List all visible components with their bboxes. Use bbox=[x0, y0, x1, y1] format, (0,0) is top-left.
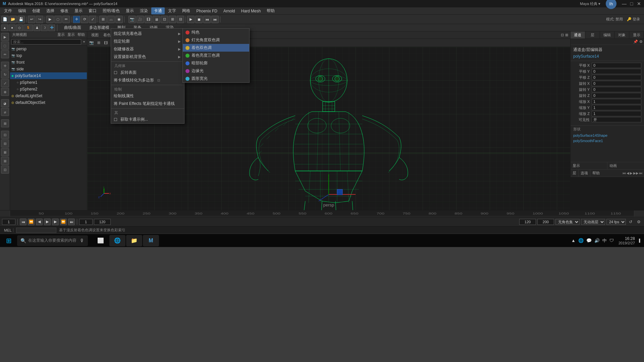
camera-btn5[interactable]: ⊡ bbox=[161, 16, 168, 23]
module-curves[interactable]: 曲线/曲面 bbox=[61, 24, 84, 31]
menu-text[interactable]: 文字 bbox=[165, 7, 179, 14]
submenu-item-shading-2[interactable]: 着色双色调 bbox=[183, 44, 249, 52]
pb-prev-frame-btn[interactable]: ◀ bbox=[36, 219, 43, 225]
rlayer-next-btn[interactable]: ▶▶ bbox=[633, 171, 639, 175]
pb-play-btn[interactable]: ▶ bbox=[44, 219, 51, 225]
shape-item-1[interactable]: polySurface14Shape bbox=[571, 133, 644, 138]
taskbar-taskview[interactable]: ⬜ bbox=[93, 235, 109, 246]
vp-camera-icon[interactable]: 📷 bbox=[89, 40, 95, 46]
anim-layer-select[interactable]: 无动画层 bbox=[581, 219, 605, 225]
stop-btn[interactable]: ⏹ bbox=[195, 16, 203, 23]
module-icon-3[interactable]: ◇ bbox=[16, 24, 23, 31]
rlayer-prev2-btn[interactable]: ◀ bbox=[627, 171, 629, 175]
module-icon-5[interactable]: ☽ bbox=[41, 24, 48, 31]
close-button[interactable]: ✕ bbox=[637, 1, 641, 6]
attr-input-rx[interactable] bbox=[592, 81, 641, 86]
dropdown-item-create-modifier[interactable]: 创建修改器 ▶ bbox=[111, 45, 184, 53]
vp-isolate-icon[interactable]: ⊡ bbox=[561, 33, 564, 37]
search-bar[interactable]: 🔍 在这里输入你要搜索的内容 🎙 bbox=[17, 235, 88, 246]
tray-ime-icon[interactable]: 中 bbox=[602, 238, 607, 244]
camera-btn7[interactable]: ⊟ bbox=[177, 16, 184, 23]
outliner-item-lightset[interactable]: ◎ defaultLightSet bbox=[10, 93, 87, 99]
attr-input-ry[interactable] bbox=[592, 87, 641, 92]
dropdown-item-paint-line-attr[interactable]: 绘制线属性 bbox=[111, 92, 184, 100]
snap-point-btn[interactable]: ◉ bbox=[115, 16, 123, 23]
attr-input-tz[interactable] bbox=[592, 75, 641, 80]
camera-btn2[interactable]: 🎥 bbox=[137, 16, 144, 23]
tray-show-desktop[interactable]: ▌ bbox=[639, 239, 641, 242]
dropdown-item-reverse-surface[interactable]: ☐ 反转表面 bbox=[111, 69, 184, 76]
move-btn[interactable]: ✛ bbox=[73, 16, 80, 23]
outliner-item-psphere1[interactable]: ○ pSphere1 bbox=[10, 79, 87, 86]
submenu-item-round-wide[interactable]: 圆形宽光 bbox=[183, 75, 249, 82]
rlayer-tab-help[interactable]: 帮助 bbox=[590, 170, 602, 177]
lasso-btn[interactable]: ◌ bbox=[54, 16, 62, 23]
snap-btn4[interactable]: ⊞ bbox=[1, 157, 9, 165]
shape-item-2[interactable]: polySmoothFace1 bbox=[571, 138, 644, 143]
menu-display[interactable]: 显示 bbox=[72, 7, 85, 14]
menu-hardmesh[interactable]: Hard Mesh bbox=[238, 8, 264, 14]
menu-modify[interactable]: 修改 bbox=[58, 7, 71, 14]
universal-tool[interactable]: ⊕ bbox=[1, 88, 9, 96]
taskbar-explorer[interactable]: 📁 bbox=[126, 235, 142, 246]
menu-edit[interactable]: 编辑 bbox=[15, 7, 29, 14]
menu-file[interactable]: 文件 bbox=[1, 7, 15, 14]
minimize-button[interactable]: — bbox=[622, 1, 627, 6]
snap-btn[interactable]: ⊡ bbox=[1, 131, 9, 139]
snap-btn5[interactable]: ⊡ bbox=[1, 166, 9, 174]
snap-btn3[interactable]: ⊠ bbox=[1, 148, 9, 156]
show-manip[interactable]: ⊞ bbox=[1, 119, 9, 127]
start-button[interactable]: ⊞ bbox=[3, 235, 15, 246]
menu-mesh[interactable]: 网格 bbox=[179, 7, 193, 14]
time-ruler[interactable]: 50 100 150 200 250 300 350 400 450 500 5… bbox=[10, 210, 634, 217]
tray-sound-icon[interactable]: 🔊 bbox=[594, 238, 600, 243]
fps-select[interactable]: 24 fps bbox=[606, 219, 626, 225]
pb-settings-btn[interactable]: ⚙ bbox=[635, 219, 642, 225]
right-panel-settings-icon[interactable]: ⚙ bbox=[639, 40, 643, 44]
menu-select[interactable]: 选择 bbox=[44, 7, 57, 14]
dropdown-item-assign-shader[interactable]: 指定填充着色器 ▶ bbox=[111, 30, 184, 38]
menu-display2[interactable]: 显示 bbox=[123, 7, 137, 14]
snap-grid-btn[interactable]: ⊞ bbox=[99, 16, 107, 23]
move-tool[interactable]: ✛ bbox=[1, 62, 9, 70]
outliner-menu-display2[interactable]: 显示 bbox=[67, 32, 75, 37]
attr-obj-name[interactable]: polySurface14 bbox=[571, 53, 644, 61]
rlayer-play-btn[interactable]: ▶ bbox=[630, 171, 633, 175]
attr-input-tx[interactable] bbox=[592, 63, 641, 68]
rotate-btn[interactable]: ⟳ bbox=[81, 16, 88, 23]
outliner-item-top[interactable]: 📷 top bbox=[10, 52, 87, 59]
module-icon-render[interactable]: 5 bbox=[23, 24, 33, 31]
command-input[interactable] bbox=[16, 228, 56, 233]
camera-btn1[interactable]: 📷 bbox=[128, 16, 136, 23]
save-scene-btn[interactable]: 💾 bbox=[17, 16, 25, 23]
rlayer-tab-layers[interactable]: 层 bbox=[571, 170, 579, 177]
vp-tab-view[interactable]: 视图 bbox=[89, 32, 101, 38]
snap-btn2[interactable]: ⊟ bbox=[1, 139, 9, 147]
next-key-btn[interactable]: ⏭ bbox=[211, 16, 219, 23]
menu-help[interactable]: 帮助 bbox=[264, 7, 277, 14]
outliner-menu-display[interactable]: 显示 bbox=[57, 32, 65, 37]
dropdown-item-convert-poly[interactable]: 将卡通线转化为多边形 ⊡ bbox=[111, 76, 184, 84]
tray-network-icon[interactable]: 🌐 bbox=[578, 238, 584, 243]
outliner-menu-help[interactable]: 帮助 bbox=[77, 32, 85, 37]
rtab-channels[interactable]: 通道 bbox=[571, 32, 585, 39]
submenu-item-shading-bright-3[interactable]: 着色亮度三色调 bbox=[183, 52, 249, 59]
outliner-search-input[interactable] bbox=[11, 39, 81, 45]
paint-tool[interactable]: ✏ bbox=[1, 50, 9, 58]
module-poly[interactable]: 多边形建模 bbox=[87, 24, 112, 31]
maximize-button[interactable]: □ bbox=[629, 1, 634, 6]
rlayer-next2-btn[interactable]: ⏭ bbox=[639, 171, 643, 175]
rlayer-tab-options[interactable]: 选项 bbox=[579, 170, 590, 177]
current-frame-input[interactable] bbox=[2, 219, 15, 225]
taskbar-edge[interactable]: 🌐 bbox=[109, 235, 125, 246]
submenu-item-solid[interactable]: 纯色 bbox=[183, 28, 249, 36]
submenu-item-light-angle-2[interactable]: 灯光角度双色调 bbox=[183, 36, 249, 44]
snap-curve-btn[interactable]: ⌓ bbox=[107, 16, 115, 23]
dropdown-item-set-bg[interactable]: 设置摄影机背景色 ▶ bbox=[111, 53, 184, 61]
pb-last-btn[interactable]: ⏭ bbox=[68, 219, 75, 225]
rtab-display[interactable]: 显示 bbox=[629, 32, 644, 39]
menu-toon[interactable]: 卡通 bbox=[151, 7, 165, 14]
scale-tool[interactable]: ⤢ bbox=[1, 79, 9, 87]
taskbar-maya[interactable]: M bbox=[143, 235, 159, 246]
outliner-item-front[interactable]: 📷 front bbox=[10, 59, 87, 66]
